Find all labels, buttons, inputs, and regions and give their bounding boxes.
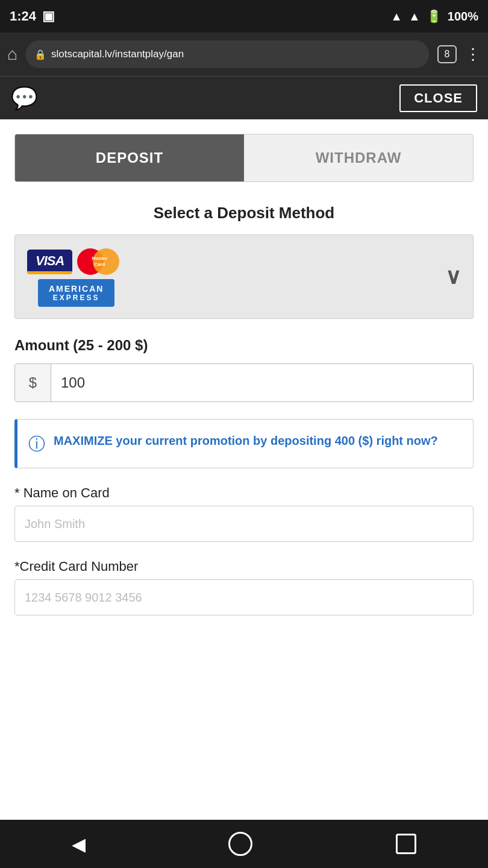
home-icon[interactable]: ⌂ [7,45,17,64]
tab-count-badge[interactable]: 8 [437,45,457,63]
main-content: DEPOSIT WITHDRAW Select a Deposit Method… [0,119,488,820]
recent-apps-button[interactable] [396,834,416,854]
top-toolbar: 💬 CLOSE [0,76,488,119]
name-on-card-label: * Name on Card [14,485,474,501]
credit-card-input[interactable] [14,579,474,615]
close-button[interactable]: CLOSE [399,84,477,112]
battery-percent: 100% [448,10,478,24]
address-bar[interactable]: 🔒 slotscapital.lv/instantplay/gan [26,40,429,68]
section-title: Select a Deposit Method [14,204,474,222]
promo-box: ⓘ MAXIMIZE your current promotion by dep… [14,419,474,468]
name-on-card-input[interactable] [14,506,474,542]
url-text: slotscapital.lv/instantplay/gan [51,48,184,60]
home-circle-button[interactable] [228,832,252,856]
back-button[interactable]: ◀ [72,834,86,855]
menu-dots-icon[interactable]: ⋮ [465,45,481,64]
amount-input[interactable] [51,364,473,401]
battery-icon: 🔋 [427,9,442,24]
chevron-down-icon: ∨ [445,264,461,289]
withdraw-tab[interactable]: WITHDRAW [244,134,473,181]
info-icon: ⓘ [28,433,45,456]
amex-logo: AMERICAN EXPRESS [38,279,114,307]
status-bar: 1:24 ▣ ▲ ▲ 🔋 100% [0,0,488,33]
promo-text: MAXIMIZE your current promotion by depos… [54,432,438,450]
amount-input-wrapper: $ [14,363,474,402]
signal-icon: ▲ [408,10,421,24]
credit-card-label: *Credit Card Number [14,559,474,574]
wifi-icon: ▲ [390,10,402,24]
browser-bar: ⌂ 🔒 slotscapital.lv/instantplay/gan 8 ⋮ [0,33,488,76]
lock-icon: 🔒 [34,49,46,60]
sim-icon: ▣ [42,8,55,24]
amount-label: Amount (25 - 200 $) [14,337,474,354]
payment-logos: VISA MasterCard AMERICAN EXPRESS [27,247,125,307]
payment-method-selector[interactable]: VISA MasterCard AMERICAN EXPRESS ∨ [14,234,474,319]
deposit-withdraw-tabs: DEPOSIT WITHDRAW [14,134,474,182]
time-display: 1:24 [10,8,36,24]
deposit-tab[interactable]: DEPOSIT [15,134,244,181]
currency-symbol: $ [15,364,51,401]
mastercard-logo: MasterCard [77,247,125,277]
visa-logo: VISA [27,250,72,274]
bottom-navigation: ◀ [0,820,488,868]
chat-icon[interactable]: 💬 [11,86,38,111]
